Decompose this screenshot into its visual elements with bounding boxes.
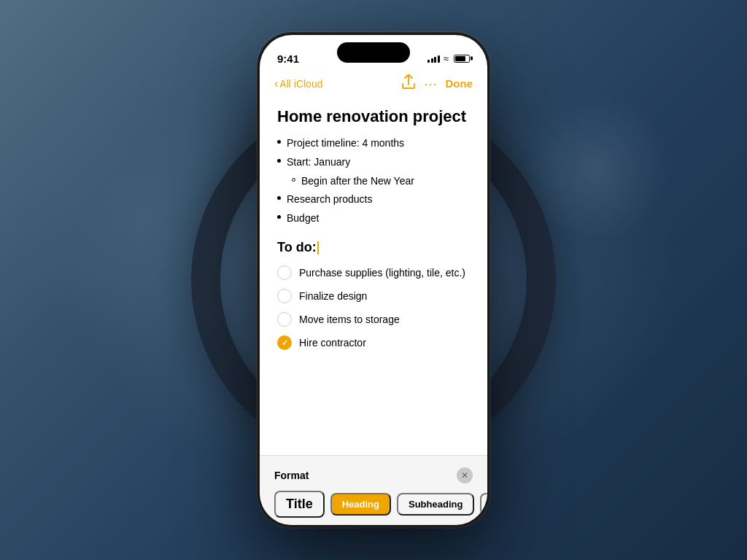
- note-content-area: Home renovation project Project timeline…: [260, 98, 487, 464]
- todo-item-text: Purchase supplies (lighting, tile, etc.): [299, 267, 465, 279]
- todo-heading: To do:: [277, 240, 470, 255]
- battery-icon: [454, 55, 470, 63]
- bullet-list: Project timeline: 4 months Start: Januar…: [277, 136, 470, 225]
- status-icons: ≈: [427, 53, 470, 64]
- phone-mockup: 9:41 ≈ ‹ All: [257, 32, 490, 528]
- back-button[interactable]: ‹ All iCloud: [274, 77, 322, 90]
- todo-item-text: Move items to storage: [299, 314, 400, 325]
- todo-checkbox-unchecked[interactable]: [277, 265, 292, 280]
- todo-item[interactable]: Move items to storage: [277, 312, 470, 327]
- chevron-left-icon: ‹: [274, 77, 278, 90]
- close-icon: ✕: [461, 470, 468, 481]
- format-panel: Format ✕ Title Heading Subheading Body: [260, 455, 487, 525]
- phone-frame: 9:41 ≈ ‹ All: [257, 32, 490, 528]
- text-cursor: [317, 241, 319, 254]
- dynamic-island: [337, 42, 410, 63]
- bullet-dot: [277, 196, 281, 200]
- format-body-button[interactable]: Body: [480, 493, 487, 516]
- share-button[interactable]: [402, 74, 415, 93]
- more-button[interactable]: ⋯: [424, 76, 437, 92]
- todo-checkbox-unchecked[interactable]: [277, 312, 292, 327]
- bullet-dot: [277, 159, 281, 163]
- todo-item-text: Finalize design: [299, 290, 367, 302]
- todo-item[interactable]: ✓ Hire contractor: [277, 335, 470, 350]
- format-heading-button[interactable]: Heading: [330, 493, 391, 516]
- sub-bullet-circle: [292, 178, 295, 182]
- signal-icon: [427, 54, 440, 63]
- list-item-text: Research products: [287, 192, 373, 207]
- list-item: Start: January: [277, 155, 470, 170]
- list-item-text: Budget: [287, 211, 319, 226]
- sub-list-item: Begin after the New Year: [292, 174, 470, 189]
- format-options: Title Heading Subheading Body: [274, 491, 473, 518]
- nav-actions: ⋯ Done: [402, 74, 473, 93]
- list-item: Project timeline: 4 months: [277, 136, 470, 151]
- phone-screen: 9:41 ≈ ‹ All: [260, 35, 487, 525]
- format-subheading-button[interactable]: Subheading: [397, 493, 474, 516]
- todo-checkbox-checked[interactable]: ✓: [277, 335, 292, 350]
- todo-list: Purchase supplies (lighting, tile, etc.)…: [277, 265, 470, 350]
- list-item: Budget: [277, 211, 470, 226]
- done-button[interactable]: Done: [446, 77, 473, 90]
- bullet-dot: [277, 215, 281, 219]
- todo-item[interactable]: Purchase supplies (lighting, tile, etc.): [277, 265, 470, 280]
- back-label: All iCloud: [279, 78, 322, 90]
- format-panel-title: Format: [274, 470, 309, 481]
- wifi-icon: ≈: [444, 53, 449, 64]
- status-time: 9:41: [277, 52, 299, 65]
- todo-checkbox-unchecked[interactable]: [277, 289, 292, 303]
- todo-item[interactable]: Finalize design: [277, 289, 470, 303]
- format-header: Format ✕: [274, 467, 473, 483]
- sub-list-item-text: Begin after the New Year: [301, 174, 414, 189]
- note-content: Home renovation project Project timeline…: [260, 98, 487, 359]
- navigation-bar: ‹ All iCloud ⋯ Done: [260, 71, 487, 98]
- note-title: Home renovation project: [277, 107, 470, 126]
- todo-item-text: Hire contractor: [299, 337, 366, 349]
- list-item-text: Project timeline: 4 months: [287, 136, 404, 151]
- format-close-button[interactable]: ✕: [457, 467, 473, 483]
- list-item-text: Start: January: [287, 155, 350, 170]
- format-title-button[interactable]: Title: [274, 491, 325, 518]
- list-item: Research products: [277, 192, 470, 207]
- bullet-dot: [277, 140, 281, 144]
